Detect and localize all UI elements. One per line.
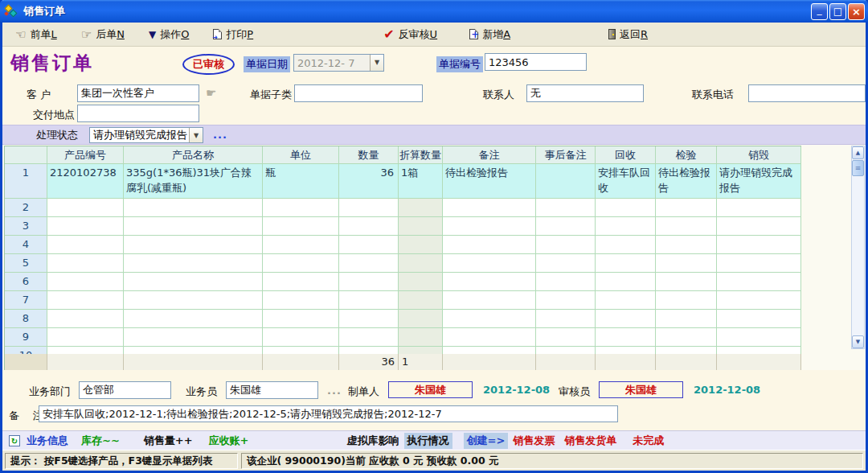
processing-status-combobox[interactable]: 请办理销毁完成报告 ▼ bbox=[89, 127, 203, 143]
grid-cell[interactable] bbox=[717, 199, 801, 217]
grid-cell[interactable] bbox=[399, 217, 443, 236]
grid-cell[interactable] bbox=[263, 273, 339, 291]
grid-cell[interactable] bbox=[717, 347, 801, 354]
grid-cell[interactable] bbox=[47, 291, 124, 310]
grid-cell[interactable] bbox=[47, 254, 124, 273]
grid-cell[interactable] bbox=[443, 291, 536, 310]
refresh-icon[interactable]: ↻ bbox=[9, 435, 20, 446]
grid-cell[interactable] bbox=[717, 217, 801, 236]
chevron-down-icon[interactable]: ▼ bbox=[189, 128, 203, 142]
grid-cell[interactable] bbox=[656, 254, 717, 273]
grid-cell[interactable] bbox=[263, 291, 339, 310]
pointer-hand-icon[interactable]: ☛ bbox=[206, 86, 216, 101]
row-number-cell[interactable]: 4 bbox=[5, 236, 47, 254]
minimize-button[interactable]: _ bbox=[811, 3, 828, 20]
row-number-cell[interactable]: 7 bbox=[5, 291, 47, 310]
scroll-up-button[interactable]: ▲ bbox=[852, 146, 864, 159]
row-number-cell[interactable]: 2 bbox=[5, 199, 47, 217]
grid-cell[interactable] bbox=[339, 217, 399, 236]
grid-cell[interactable] bbox=[536, 291, 596, 310]
row-number-cell[interactable]: 1 bbox=[5, 164, 47, 199]
maximize-button[interactable]: □ bbox=[829, 3, 846, 20]
grid-cell[interactable] bbox=[399, 347, 443, 354]
operate-button[interactable]: ▼操作O bbox=[144, 26, 194, 43]
grid-cell[interactable] bbox=[124, 310, 263, 328]
subtype-input[interactable] bbox=[294, 84, 423, 102]
business-info-link[interactable]: 业务信息 bbox=[27, 434, 68, 448]
grid-cell[interactable] bbox=[443, 328, 536, 347]
grid-cell[interactable] bbox=[124, 328, 263, 347]
grid-cell[interactable] bbox=[596, 217, 656, 236]
grid-cell[interactable] bbox=[536, 236, 596, 254]
return-button[interactable]: 返回R bbox=[604, 26, 653, 43]
row-number-cell[interactable]: 5 bbox=[5, 254, 47, 273]
grid-cell[interactable] bbox=[536, 199, 596, 217]
grid-cell[interactable] bbox=[124, 273, 263, 291]
grid-cell[interactable] bbox=[263, 347, 339, 354]
grid-cell[interactable] bbox=[443, 273, 536, 291]
next-doc-button[interactable]: ☞后单N bbox=[76, 26, 129, 43]
execution-status-button[interactable]: 执行情况 bbox=[404, 433, 452, 449]
grid-cell[interactable] bbox=[656, 273, 717, 291]
grid-cell[interactable] bbox=[596, 236, 656, 254]
grid-cell[interactable] bbox=[443, 199, 536, 217]
grid-cell[interactable] bbox=[596, 347, 656, 354]
grid-cell[interactable] bbox=[399, 254, 443, 273]
receivable-indicator[interactable]: 应收账+ bbox=[209, 434, 249, 448]
grid-cell[interactable] bbox=[339, 236, 399, 254]
grid-cell[interactable] bbox=[339, 199, 399, 217]
grid-cell[interactable] bbox=[399, 199, 443, 217]
contact-input[interactable] bbox=[526, 84, 644, 102]
grid-cell[interactable] bbox=[47, 273, 124, 291]
grid-cell[interactable] bbox=[536, 217, 596, 236]
grid-cell[interactable] bbox=[339, 328, 399, 347]
doc-no-input[interactable] bbox=[485, 53, 587, 71]
status-more-button[interactable]: ... bbox=[213, 129, 227, 141]
grid-cell[interactable] bbox=[656, 217, 717, 236]
grid-cell[interactable] bbox=[399, 273, 443, 291]
row-number-cell[interactable]: 3 bbox=[5, 217, 47, 236]
grid-cell[interactable] bbox=[47, 347, 124, 354]
grid-cell[interactable] bbox=[124, 236, 263, 254]
salesman-more-button[interactable]: ... bbox=[327, 385, 342, 397]
grid-cell[interactable]: 36 bbox=[339, 164, 399, 199]
grid-cell[interactable] bbox=[124, 291, 263, 310]
scrollbar-thumb[interactable] bbox=[852, 160, 864, 176]
row-number-cell[interactable]: 6 bbox=[5, 273, 47, 291]
grid-cell[interactable] bbox=[536, 328, 596, 347]
close-button[interactable]: × bbox=[848, 3, 865, 20]
scroll-down-button[interactable]: ▼ bbox=[852, 335, 864, 348]
grid-cell[interactable] bbox=[717, 328, 801, 347]
stock-indicator[interactable]: 库存~~ bbox=[81, 434, 120, 448]
grid-cell[interactable] bbox=[263, 199, 339, 217]
grid-cell[interactable] bbox=[263, 310, 339, 328]
row-number-cell[interactable]: 10 bbox=[5, 347, 47, 354]
grid-cell[interactable] bbox=[596, 273, 656, 291]
chevron-down-icon[interactable]: ▼ bbox=[370, 55, 383, 71]
row-number-cell[interactable]: 9 bbox=[5, 328, 47, 347]
grid-cell[interactable] bbox=[717, 236, 801, 254]
grid-cell[interactable] bbox=[443, 236, 536, 254]
print-button[interactable]: 打印P bbox=[208, 26, 258, 43]
grid-cell[interactable] bbox=[536, 310, 596, 328]
grid-cell[interactable] bbox=[263, 217, 339, 236]
grid-cell[interactable] bbox=[717, 310, 801, 328]
grid-cell[interactable] bbox=[536, 254, 596, 273]
grid-cell[interactable] bbox=[443, 347, 536, 354]
grid-cell[interactable] bbox=[443, 254, 536, 273]
grid-cell[interactable] bbox=[596, 199, 656, 217]
grid-cell[interactable] bbox=[339, 310, 399, 328]
grid-cell[interactable] bbox=[339, 291, 399, 310]
grid-cell[interactable] bbox=[47, 310, 124, 328]
new-doc-button[interactable]: 新增A bbox=[465, 26, 515, 43]
vertical-scrollbar[interactable]: ▲ ▼ bbox=[851, 146, 865, 349]
phone-input[interactable] bbox=[748, 84, 866, 102]
grid-cell[interactable] bbox=[536, 273, 596, 291]
unaudit-button[interactable]: ✔反审核U bbox=[379, 26, 442, 43]
grid-cell[interactable] bbox=[536, 164, 596, 199]
grid-cell[interactable] bbox=[339, 254, 399, 273]
grid-cell[interactable] bbox=[263, 328, 339, 347]
grid-cell[interactable]: 2120102738 bbox=[47, 164, 124, 199]
grid-cell[interactable] bbox=[656, 310, 717, 328]
remark-input[interactable] bbox=[39, 405, 618, 422]
